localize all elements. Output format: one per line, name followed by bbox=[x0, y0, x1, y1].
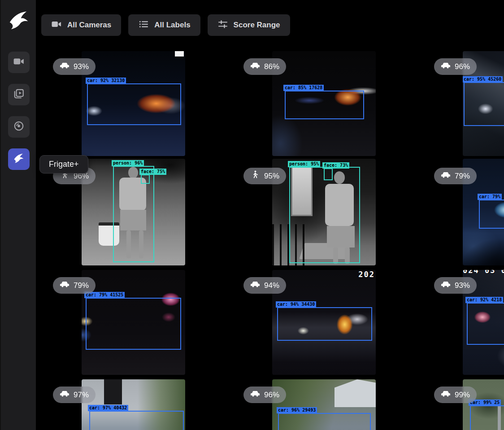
detection-tile: 93% 024 03 0 car: 92% 4218 bbox=[426, 270, 504, 379]
detection-snapshot[interactable]: car: 92% 32130 bbox=[82, 51, 185, 156]
bounding-box-person: person: 95% bbox=[289, 167, 360, 263]
score-badge: 96% bbox=[434, 58, 477, 75]
score-badge: 95% bbox=[243, 168, 286, 184]
score-badge: 96% bbox=[243, 387, 286, 403]
person-icon bbox=[250, 170, 260, 182]
car-icon bbox=[250, 279, 260, 291]
score-badge: 86% bbox=[243, 58, 286, 75]
sidebar-item-live-cameras[interactable] bbox=[8, 52, 30, 73]
detection-snapshot[interactable]: person: 96% face: 75% bbox=[82, 159, 185, 265]
score-badge: 93% bbox=[434, 277, 477, 294]
frigate-logo-icon bbox=[8, 9, 30, 31]
score-value: 93% bbox=[455, 281, 470, 290]
bounding-box-label: car: 92% 4218 bbox=[465, 297, 503, 304]
video-camera-icon bbox=[13, 56, 25, 69]
detection-tile: 96% car: 96% 29493 bbox=[235, 379, 426, 430]
bounding-box-car: car: 85% 17628 bbox=[285, 91, 364, 119]
bounding-box-label: person: 95% bbox=[288, 161, 320, 168]
score-badge: 99% bbox=[434, 387, 477, 403]
car-icon bbox=[60, 279, 70, 291]
all-cameras-filter-button[interactable]: All Cameras bbox=[41, 14, 121, 36]
score-badge: 93% bbox=[53, 58, 96, 75]
bounding-box-car: car: 79% bbox=[479, 200, 504, 229]
detection-snapshot[interactable]: car: 79% 41525 bbox=[82, 270, 185, 375]
filter-bar: All Cameras All Labels Score Range bbox=[41, 14, 290, 36]
sidebar-item-export[interactable] bbox=[8, 116, 30, 138]
car-icon bbox=[441, 170, 451, 182]
car-icon bbox=[441, 389, 451, 401]
score-value: 86% bbox=[264, 62, 279, 71]
sliders-icon bbox=[217, 19, 228, 32]
bounding-box-car: car: 95% 45260 bbox=[464, 82, 504, 126]
detection-tile: 97% car: 97% 40432 bbox=[45, 379, 235, 430]
detection-tile: 96% person: 96% face: 75% bbox=[45, 161, 235, 270]
detection-snapshot[interactable]: person: 95% face: 73% bbox=[272, 159, 376, 265]
bounding-box-car: car: 96% 29493 bbox=[278, 413, 371, 430]
bounding-box-car: car: 97% 40432 bbox=[89, 411, 184, 430]
scene-doorway bbox=[104, 379, 122, 404]
score-range-filter-button[interactable]: Score Range bbox=[208, 14, 290, 36]
frigate-bird-icon bbox=[13, 152, 25, 166]
bounding-box-label: car: 97% 40432 bbox=[88, 405, 128, 412]
bounding-box-car: car: 94% 34430 bbox=[277, 307, 372, 341]
score-value: 97% bbox=[74, 391, 89, 400]
scene-detail bbox=[175, 51, 184, 56]
score-value: 96% bbox=[455, 62, 470, 71]
detection-tile: 79% car: 79% 41525 bbox=[45, 270, 235, 379]
detection-tile: 79% car: 79% bbox=[426, 161, 504, 270]
detection-snapshot[interactable]: 202 car: 94% 34430 bbox=[272, 270, 376, 375]
score-range-label: Score Range bbox=[234, 21, 280, 30]
detection-tile: 99% car: 99% 25 bbox=[426, 379, 504, 430]
bounding-box-label: car: 96% 29493 bbox=[277, 407, 317, 414]
car-icon bbox=[441, 279, 451, 291]
bounding-box-label: car: 94% 34430 bbox=[276, 301, 316, 308]
score-value: 79% bbox=[74, 281, 89, 290]
detection-tile: 95% person: 95% face: 73% bbox=[235, 161, 426, 270]
bounding-box-label: car: 95% 45260 bbox=[463, 76, 503, 83]
all-labels-label: All Labels bbox=[154, 21, 190, 30]
score-value: 93% bbox=[74, 62, 89, 71]
sidebar-item-review[interactable] bbox=[8, 84, 30, 105]
bounding-box-car: car: 79% 41525 bbox=[86, 298, 181, 350]
detection-snapshot[interactable]: car: 85% 17628 bbox=[272, 51, 376, 156]
score-badge: 94% bbox=[243, 277, 286, 294]
car-icon bbox=[60, 61, 70, 73]
sidebar bbox=[0, 0, 36, 430]
list-icon bbox=[138, 19, 149, 32]
detection-grid: 93% car: 92% 32130 86% car: 85% 17628 96… bbox=[45, 51, 504, 430]
detection-tile: 94% 202 car: 94% 34430 bbox=[235, 270, 426, 379]
face-label: face: 73% bbox=[322, 162, 349, 169]
score-value: 79% bbox=[455, 172, 470, 181]
detection-snapshot[interactable]: car: 97% 40432 bbox=[82, 379, 185, 430]
disc-icon bbox=[13, 120, 25, 134]
scene-house bbox=[335, 379, 376, 407]
car-icon bbox=[441, 61, 451, 73]
score-badge: 79% bbox=[434, 168, 477, 184]
all-labels-filter-button[interactable]: All Labels bbox=[128, 14, 200, 36]
bounding-box-car: car: 92% 32130 bbox=[87, 83, 181, 125]
car-icon bbox=[250, 61, 260, 73]
camera-timestamp: 024 03 0 bbox=[463, 270, 504, 275]
bounding-box-label: person: 96% bbox=[112, 160, 144, 167]
camera-timestamp: 202 bbox=[358, 270, 375, 279]
bounding-box-label: car: 85% 17628 bbox=[283, 85, 324, 91]
frigate-plus-tooltip: Frigate+ bbox=[39, 155, 88, 174]
bounding-box-label: car: 92% 32130 bbox=[86, 78, 126, 84]
detection-tile: 96% car: 95% 45260 bbox=[426, 51, 504, 161]
bounding-box-face: face: 73% bbox=[324, 168, 333, 180]
car-icon bbox=[60, 389, 70, 401]
sidebar-item-frigate-plus[interactable] bbox=[8, 148, 30, 170]
score-value: 99% bbox=[455, 391, 470, 400]
score-value: 94% bbox=[264, 281, 279, 290]
face-label: face: 75% bbox=[139, 169, 166, 175]
bounding-box-label: car: 79% bbox=[478, 194, 502, 200]
score-badge: 79% bbox=[53, 277, 96, 294]
review-playback-icon bbox=[13, 88, 25, 101]
bounding-box-car: car: 92% 4218 bbox=[467, 303, 504, 345]
detection-tile: 86% car: 85% 17628 bbox=[235, 51, 426, 161]
score-badge: 97% bbox=[53, 387, 96, 403]
car-icon bbox=[250, 389, 260, 401]
camera-icon bbox=[51, 19, 62, 32]
detection-snapshot[interactable]: car: 96% 29493 bbox=[272, 379, 376, 430]
detection-tile: 93% car: 92% 32130 bbox=[45, 51, 235, 161]
